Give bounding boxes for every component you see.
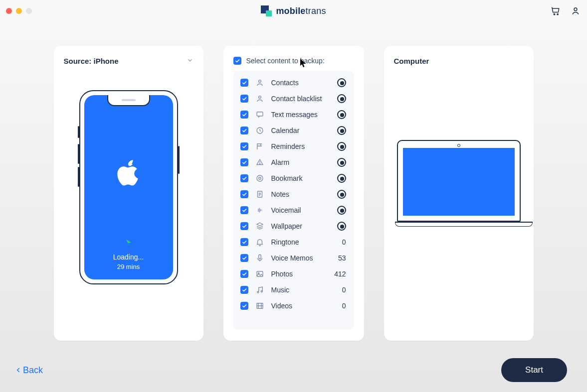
- item-checkbox[interactable]: [240, 111, 248, 119]
- content-list[interactable]: ContactsContact blacklistText messagesCa…: [233, 71, 354, 330]
- flag-icon: [255, 142, 264, 151]
- content-row-calendar[interactable]: Calendar: [236, 123, 351, 138]
- item-label: Ringtone: [271, 238, 322, 246]
- item-label: Music: [271, 286, 322, 294]
- zoom-window[interactable]: [26, 8, 32, 14]
- loading-spinner-icon: [337, 190, 346, 199]
- account-icon[interactable]: [570, 5, 581, 16]
- laptop-illustration: [395, 140, 523, 227]
- music-icon: [255, 285, 264, 294]
- content-row-videos[interactable]: Videos0: [236, 298, 351, 314]
- item-checkbox[interactable]: [240, 79, 248, 87]
- logo-icon: [261, 5, 272, 16]
- bookmark-icon: [255, 174, 264, 183]
- loading-spinner-icon: [337, 206, 346, 215]
- item-count: 0: [329, 302, 346, 310]
- svg-point-4: [258, 96, 261, 99]
- item-label: Contacts: [271, 79, 330, 87]
- window-controls: [6, 8, 32, 14]
- cal-icon: [255, 126, 264, 135]
- content-row-wallpaper[interactable]: Wallpaper: [236, 218, 351, 234]
- item-checkbox[interactable]: [240, 174, 248, 182]
- item-checkbox[interactable]: [240, 127, 248, 134]
- svg-point-0: [554, 14, 555, 15]
- close-window[interactable]: [6, 8, 12, 14]
- item-label: Reminders: [271, 142, 330, 150]
- item-checkbox[interactable]: [240, 206, 248, 214]
- content-row-text-messages[interactable]: Text messages: [236, 107, 351, 123]
- content-row-alarm[interactable]: Alarm: [236, 154, 351, 170]
- content-row-music[interactable]: Music0: [236, 282, 351, 298]
- svg-rect-22: [257, 271, 263, 277]
- item-checkbox[interactable]: [240, 254, 248, 262]
- item-checkbox[interactable]: [240, 238, 248, 246]
- item-count: 0: [329, 238, 346, 246]
- user-icon: [255, 94, 264, 103]
- item-label: Voice Memos: [271, 254, 322, 262]
- brand-a: mobile: [276, 6, 305, 16]
- item-label: Contact blacklist: [271, 95, 330, 103]
- back-label: Back: [23, 365, 43, 376]
- item-checkbox[interactable]: [240, 190, 248, 198]
- content-row-contact-blacklist[interactable]: Contact blacklist: [236, 91, 351, 107]
- content-row-reminders[interactable]: Reminders: [236, 138, 351, 154]
- select-all-checkbox[interactable]: [233, 57, 241, 65]
- item-count: 412: [329, 270, 346, 278]
- loading-label: Loading...: [113, 253, 144, 261]
- item-checkbox[interactable]: [240, 142, 248, 150]
- svg-point-24: [257, 291, 258, 293]
- start-button[interactable]: Start: [501, 358, 567, 382]
- item-label: Voicemail: [271, 206, 330, 214]
- chat-icon: [255, 110, 264, 119]
- dest-card: Computer: [384, 46, 534, 341]
- svg-rect-20: [258, 255, 261, 259]
- layers-icon: [255, 222, 264, 231]
- loading-time: 29 mins: [117, 263, 140, 270]
- minimize-window[interactable]: [16, 8, 22, 14]
- svg-point-8: [259, 163, 260, 164]
- content-row-photos[interactable]: Photos412: [236, 266, 351, 282]
- loading-spinner-icon: [337, 174, 346, 183]
- svg-point-25: [261, 291, 262, 292]
- cart-icon[interactable]: [550, 5, 561, 16]
- content-card: Select content to backup: ContactsContac…: [223, 46, 364, 341]
- main-stage: Source: iPhone Loading... 29 mins Select…: [0, 22, 587, 341]
- item-checkbox[interactable]: [240, 270, 248, 278]
- item-checkbox[interactable]: [240, 95, 248, 103]
- item-label: Wallpaper: [271, 222, 330, 230]
- item-checkbox[interactable]: [240, 302, 248, 310]
- item-count: 0: [329, 286, 346, 294]
- content-row-notes[interactable]: Notes: [236, 186, 351, 202]
- loading-spinner-icon: [337, 110, 346, 119]
- svg-point-2: [574, 8, 577, 11]
- svg-point-1: [557, 14, 558, 15]
- svg-point-9: [257, 175, 263, 181]
- item-checkbox[interactable]: [240, 286, 248, 294]
- content-row-bookmark[interactable]: Bookmark: [236, 170, 351, 186]
- content-row-voice-memos[interactable]: Voice Memos53: [236, 250, 351, 266]
- source-select-chevron-icon[interactable]: [187, 57, 194, 65]
- content-row-voicemail[interactable]: Voicemail: [236, 202, 351, 218]
- back-button[interactable]: Back: [15, 365, 43, 376]
- alarm-icon: [255, 158, 264, 167]
- item-label: Notes: [271, 190, 330, 198]
- video-icon: [255, 301, 264, 310]
- item-checkbox[interactable]: [240, 158, 248, 166]
- dest-label: Computer: [394, 57, 429, 65]
- item-checkbox[interactable]: [240, 222, 248, 230]
- content-row-contacts[interactable]: Contacts: [236, 75, 351, 91]
- loading-spinner-icon: [337, 222, 346, 231]
- voicemail-icon: [255, 206, 264, 215]
- svg-point-10: [258, 177, 261, 180]
- indicator-icon: [126, 240, 131, 246]
- phone-illustration: Loading... 29 mins: [79, 90, 178, 284]
- content-row-ringtone[interactable]: Ringtone0: [236, 234, 351, 250]
- item-count: 53: [329, 254, 346, 262]
- select-header: Select content to backup:: [246, 57, 325, 65]
- brand-b: trans: [306, 6, 326, 16]
- loading-spinner-icon: [337, 78, 346, 87]
- loading-spinner-icon: [337, 158, 346, 167]
- item-label: Calendar: [271, 127, 330, 134]
- svg-rect-5: [257, 112, 263, 116]
- bell-icon: [255, 238, 264, 247]
